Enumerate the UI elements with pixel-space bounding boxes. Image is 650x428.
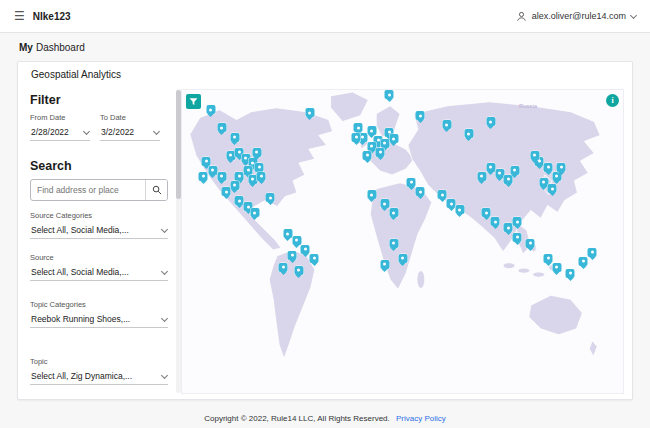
map-marker[interactable]	[376, 148, 385, 157]
map-marker[interactable]	[206, 105, 215, 114]
to-date-label: To Date	[100, 113, 160, 122]
map-marker[interactable]	[244, 166, 253, 175]
map-marker[interactable]	[367, 142, 376, 151]
search-box	[30, 179, 168, 201]
map-marker[interactable]	[250, 208, 259, 217]
map-marker[interactable]	[510, 166, 519, 175]
map-marker[interactable]	[389, 239, 398, 248]
user-menu[interactable]: alex.oliver@rule14.com	[516, 11, 636, 22]
map-marker[interactable]	[588, 248, 597, 257]
map-marker[interactable]	[447, 199, 456, 208]
chevron-down-icon	[153, 127, 160, 134]
hamburger-menu-icon[interactable]: ☰	[14, 10, 25, 22]
topic-select[interactable]: Select All, Zig Dynamica,...	[30, 369, 168, 385]
map-marker[interactable]	[389, 208, 398, 217]
world-map[interactable]: Russia i	[181, 89, 624, 394]
search-input[interactable]	[31, 185, 145, 195]
user-icon	[516, 11, 527, 22]
source-value: Select All, Social Media,...	[31, 267, 129, 277]
map-marker[interactable]	[294, 266, 303, 275]
source-select[interactable]: Select All, Social Media,...	[30, 265, 168, 281]
map-marker[interactable]	[367, 190, 376, 199]
map-marker[interactable]	[398, 254, 407, 263]
map-marker[interactable]	[491, 217, 500, 226]
map-info-button[interactable]: i	[606, 94, 619, 107]
map-marker[interactable]	[222, 187, 231, 196]
map-marker[interactable]	[544, 163, 553, 172]
map-marker[interactable]	[301, 245, 310, 254]
map-marker[interactable]	[385, 90, 394, 99]
map-marker[interactable]	[283, 229, 292, 238]
map-marker[interactable]	[310, 254, 319, 263]
map-marker[interactable]	[495, 169, 504, 178]
map-marker[interactable]	[477, 172, 486, 181]
map-marker[interactable]	[407, 178, 416, 187]
map-marker[interactable]	[292, 236, 301, 245]
map-marker[interactable]	[257, 172, 266, 181]
from-date-select[interactable]: 2/28/2022	[30, 125, 90, 141]
map-marker[interactable]	[217, 172, 226, 181]
map-marker[interactable]	[416, 187, 425, 196]
map-marker[interactable]	[255, 163, 264, 172]
map-marker[interactable]	[305, 108, 314, 117]
map-marker[interactable]	[389, 134, 398, 143]
topic-categories-value: Reebok Running Shoes,...	[31, 314, 130, 324]
map-marker[interactable]	[557, 163, 566, 172]
map-marker[interactable]	[279, 263, 288, 272]
filter-heading: Filter	[30, 93, 168, 107]
map-marker[interactable]	[354, 123, 363, 132]
map-marker[interactable]	[288, 251, 297, 260]
map-marker[interactable]	[548, 184, 557, 193]
map-marker[interactable]	[486, 117, 495, 126]
map-marker[interactable]	[504, 223, 513, 232]
map-marker[interactable]	[552, 263, 561, 272]
map-marker[interactable]	[266, 193, 275, 202]
search-button[interactable]	[145, 180, 167, 200]
chevron-down-icon	[83, 127, 90, 134]
to-date-select[interactable]: 3/2/2022	[100, 125, 160, 141]
from-date-label: From Date	[30, 113, 90, 122]
map-marker[interactable]	[248, 175, 257, 184]
map-marker[interactable]	[367, 126, 376, 135]
map-marker[interactable]	[438, 190, 447, 199]
map-marker[interactable]	[208, 166, 217, 175]
chevron-down-icon	[161, 314, 168, 321]
map-marker[interactable]	[230, 133, 239, 142]
map-marker[interactable]	[199, 172, 208, 181]
map-marker[interactable]	[486, 163, 495, 172]
map-filter-button[interactable]	[186, 94, 201, 109]
map-marker[interactable]	[235, 196, 244, 205]
privacy-policy-link[interactable]: Privacy Policy	[396, 414, 446, 423]
map-marker[interactable]	[544, 254, 553, 263]
map-marker[interactable]	[579, 257, 588, 266]
map-marker[interactable]	[252, 148, 261, 157]
map-marker[interactable]	[230, 181, 239, 190]
map-marker[interactable]	[482, 208, 491, 217]
map-marker[interactable]	[380, 260, 389, 269]
filter-panel: Filter From Date 2/28/2022 To Date 3/2/2…	[30, 89, 168, 393]
map-marker[interactable]	[566, 269, 575, 278]
map-marker[interactable]	[202, 157, 211, 166]
topic-categories-label: Topic Categories	[30, 300, 168, 309]
map-marker[interactable]	[226, 151, 235, 160]
topic-value: Select All, Zig Dynamica,...	[31, 371, 132, 381]
map-marker[interactable]	[513, 233, 522, 242]
user-email: alex.oliver@rule14.com	[532, 11, 626, 21]
map-marker[interactable]	[380, 199, 389, 208]
topic-categories-select[interactable]: Reebok Running Shoes,...	[30, 312, 168, 328]
map-marker[interactable]	[464, 129, 473, 138]
map-marker[interactable]	[455, 205, 464, 214]
map-marker[interactable]	[217, 123, 226, 132]
source-categories-select[interactable]: Select All, Social Media,...	[30, 223, 168, 239]
map-marker[interactable]	[352, 133, 361, 142]
map-marker[interactable]	[363, 151, 372, 160]
map-marker[interactable]	[526, 239, 535, 248]
source-categories-value: Select All, Social Media,...	[31, 225, 129, 235]
map-marker[interactable]	[513, 217, 522, 226]
map-marker[interactable]	[530, 151, 539, 160]
map-marker[interactable]	[539, 178, 548, 187]
map-marker[interactable]	[442, 120, 451, 129]
map-marker[interactable]	[416, 111, 425, 120]
map-marker[interactable]	[235, 172, 244, 181]
geospatial-analytics-card: Geospatial Analytics Filter From Date 2/…	[17, 61, 633, 400]
